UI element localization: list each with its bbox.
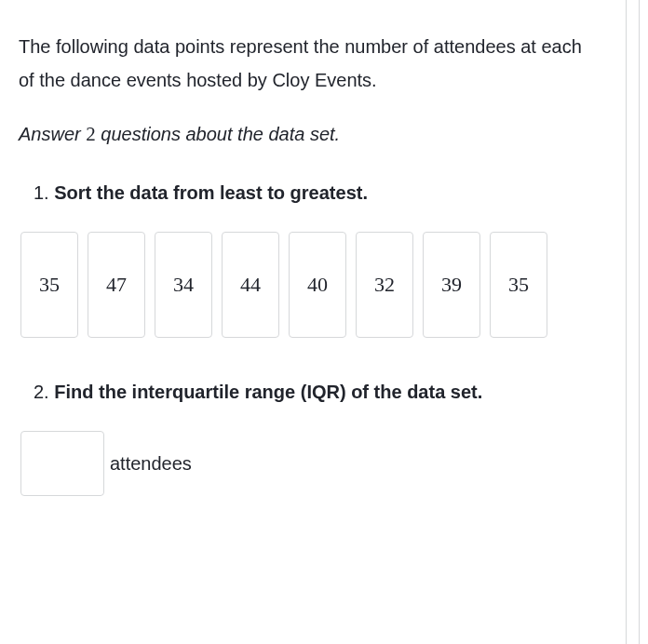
question-2-number: 2. — [34, 382, 54, 402]
question-1-text: Sort the data from least to greatest. — [54, 182, 368, 203]
question-1-number: 1. — [34, 182, 54, 203]
divider-line — [639, 0, 640, 644]
data-tile[interactable]: 39 — [423, 232, 480, 338]
data-tile[interactable]: 35 — [490, 232, 547, 338]
question-2-prompt: 2. Find the interquartile range (IQR) of… — [19, 379, 596, 405]
data-tile[interactable]: 34 — [155, 232, 212, 338]
instruction-text: Answer 2 questions about the data set. — [19, 123, 596, 146]
sortable-tiles: 35 47 34 44 40 32 39 35 — [20, 232, 596, 338]
intro-text: The following data points represent the … — [19, 30, 596, 97]
answer-row: attendees — [20, 431, 596, 496]
exercise-content: The following data points represent the … — [0, 0, 614, 515]
data-tile[interactable]: 40 — [289, 232, 346, 338]
instruction-prefix: Answer — [19, 124, 86, 144]
instruction-suffix: questions about the data set. — [96, 124, 340, 144]
answer-unit: attendees — [110, 453, 192, 475]
data-tile[interactable]: 47 — [88, 232, 145, 338]
data-tile[interactable]: 44 — [222, 232, 279, 338]
iqr-input[interactable] — [20, 431, 104, 496]
divider-line — [626, 0, 627, 644]
data-tile[interactable]: 35 — [20, 232, 78, 338]
question-1-prompt: 1. Sort the data from least to greatest. — [19, 180, 596, 206]
instruction-count: 2 — [86, 123, 96, 145]
question-2-text: Find the interquartile range (IQR) of th… — [54, 382, 482, 402]
data-tile[interactable]: 32 — [356, 232, 413, 338]
